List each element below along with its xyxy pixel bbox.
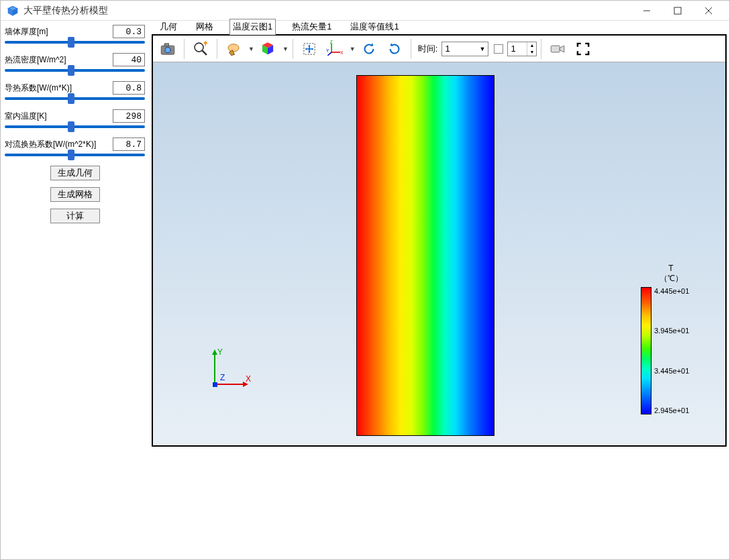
- screenshot-button[interactable]: [156, 37, 180, 61]
- fit-view-button[interactable]: [297, 37, 321, 61]
- thickness-label: 墙体厚度[m]: [5, 26, 113, 38]
- thickness-slider[interactable]: [5, 41, 145, 44]
- legend-tick: 3.945e+01: [654, 327, 689, 335]
- time-combo[interactable]: 1 ▼: [441, 42, 488, 56]
- tab-geometry[interactable]: 几何: [157, 19, 180, 34]
- conductivity-input[interactable]: [113, 81, 145, 95]
- tab-mesh[interactable]: 网格: [193, 19, 216, 34]
- visualization-container: ▼ ▼ ZXY ▼: [152, 34, 727, 447]
- zoom-button[interactable]: [189, 37, 213, 61]
- axis-orientation-button[interactable]: ZXY: [323, 37, 347, 61]
- color-legend: T （℃） 4.445e+01 3.945e+01 3.445e+01 2.94…: [641, 264, 701, 414]
- parameter-panel: 墙体厚度[m] 热流密度[W/m^2] 导热系数[W/(m*K)]: [1, 21, 152, 559]
- svg-text:Y: Y: [326, 48, 329, 52]
- thickness-input[interactable]: [113, 25, 145, 38]
- colormap-dropdown-icon[interactable]: ▼: [282, 46, 289, 52]
- svg-rect-25: [213, 382, 217, 387]
- heatflux-input[interactable]: [113, 53, 145, 66]
- conv-coeff-input[interactable]: [113, 137, 145, 151]
- rotate-ccw-button[interactable]: [357, 37, 381, 61]
- time-value: 1: [445, 44, 450, 54]
- minimize-button[interactable]: [631, 1, 662, 21]
- spinner-down-icon[interactable]: ▼: [527, 49, 536, 56]
- gen-mesh-button[interactable]: 生成网格: [50, 187, 100, 202]
- conductivity-slider[interactable]: [5, 97, 145, 100]
- legend-tick: 2.945e+01: [654, 406, 689, 414]
- svg-text:Z: Z: [330, 40, 333, 44]
- legend-title: T: [641, 264, 701, 273]
- axis-z-label: Z: [220, 373, 225, 382]
- axis-x-label: X: [246, 374, 251, 384]
- view-tabs: 几何 网格 温度云图1 热流矢量1 温度等值线1: [152, 21, 727, 34]
- legend-unit: （℃）: [641, 273, 701, 284]
- close-button[interactable]: [693, 1, 724, 21]
- svg-point-7: [195, 43, 203, 52]
- temp-indoor-slider[interactable]: [5, 125, 145, 128]
- conv-coeff-label: 对流换热系数[W/(m^2*K)]: [5, 139, 113, 150]
- tab-temp-isoline[interactable]: 温度等值线1: [348, 19, 401, 34]
- temp-indoor-input[interactable]: [113, 109, 145, 123]
- svg-text:X: X: [340, 50, 344, 55]
- colormap-button[interactable]: [256, 37, 280, 61]
- gen-geometry-button[interactable]: 生成几何: [50, 166, 100, 180]
- legend-tick: 4.445e+01: [654, 287, 689, 295]
- selection-button[interactable]: [221, 37, 246, 61]
- tab-heat-vector[interactable]: 热流矢量1: [289, 19, 334, 34]
- chevron-down-icon: ▼: [479, 46, 485, 52]
- svg-point-5: [165, 47, 170, 52]
- tab-temp-contour[interactable]: 温度云图1: [229, 19, 276, 35]
- svg-rect-20: [552, 46, 560, 52]
- camera-video-button[interactable]: [545, 37, 570, 61]
- conductivity-label: 导热系数[W/(m*K)]: [5, 82, 113, 94]
- temperature-field: [356, 75, 494, 436]
- title-bar: 大平壁传热分析模型: [1, 1, 729, 21]
- render-canvas[interactable]: Y X Z T （℃）: [153, 62, 725, 445]
- colorbar: [641, 287, 651, 414]
- window-title: 大平壁传热分析模型: [23, 5, 631, 17]
- axis-dropdown-icon[interactable]: ▼: [350, 46, 356, 52]
- legend-tick: 3.445e+01: [654, 367, 689, 375]
- app-icon: [6, 4, 19, 17]
- axis-gizmo: Y X Z: [207, 345, 254, 392]
- svg-line-8: [202, 50, 207, 55]
- temp-indoor-label: 室内温度[K]: [5, 111, 113, 122]
- spinner-up-icon[interactable]: ▲: [527, 42, 536, 49]
- time-checkbox[interactable]: [494, 44, 503, 54]
- svg-rect-1: [674, 7, 681, 14]
- maximize-button[interactable]: [662, 1, 693, 21]
- selection-dropdown-icon[interactable]: ▼: [248, 46, 254, 52]
- axis-y-label: Y: [217, 347, 223, 357]
- step-spinner[interactable]: 1 ▲▼: [507, 42, 537, 56]
- heatflux-slider[interactable]: [5, 69, 145, 72]
- viewer-toolbar: ▼ ▼ ZXY ▼: [153, 36, 725, 62]
- compute-button[interactable]: 计算: [50, 209, 100, 223]
- time-label: 时间:: [418, 43, 438, 55]
- svg-rect-6: [164, 43, 169, 46]
- conv-coeff-slider[interactable]: [5, 154, 145, 156]
- svg-marker-22: [212, 349, 217, 355]
- svg-point-9: [228, 44, 239, 51]
- heatflux-label: 热流密度[W/m^2]: [5, 54, 113, 66]
- step-value: 1: [511, 44, 515, 54]
- fullscreen-button[interactable]: [571, 37, 595, 61]
- rotate-cw-button[interactable]: [382, 37, 407, 61]
